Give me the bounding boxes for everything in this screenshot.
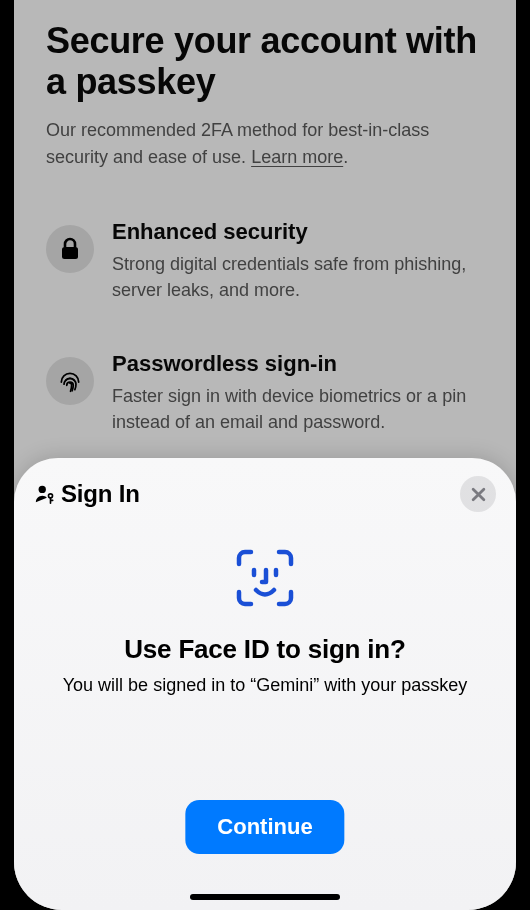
sheet-header-text: Sign In: [61, 480, 140, 508]
fingerprint-icon: [46, 357, 94, 405]
faceid-icon: [233, 546, 297, 610]
feature-content: Passwordless sign-in Faster sign in with…: [112, 351, 484, 435]
sheet-header: Sign In: [14, 458, 516, 512]
home-indicator[interactable]: [190, 894, 340, 900]
sheet-description: You will be signed in to “Gemini” with y…: [14, 675, 516, 696]
lock-icon: [46, 225, 94, 273]
sheet-title: Use Face ID to sign in?: [14, 634, 516, 665]
feature-content: Enhanced security Strong digital credent…: [112, 219, 484, 303]
feature-desc: Strong digital credentials safe from phi…: [112, 251, 484, 303]
sheet-signin-label: Sign In: [34, 480, 140, 508]
faceid-icon-wrap: [14, 546, 516, 610]
feature-desc: Faster sign in with device biometrics or…: [112, 383, 484, 435]
faceid-signin-sheet: Sign In Use Face ID to sign in? You wil: [14, 458, 516, 910]
continue-button[interactable]: Continue: [185, 800, 344, 854]
feature-enhanced-security: Enhanced security Strong digital credent…: [46, 219, 484, 303]
subtitle-text: Our recommended 2FA method for best-in-c…: [46, 120, 429, 167]
close-icon: [471, 487, 486, 502]
person-key-icon: [34, 483, 56, 505]
svg-point-1: [39, 486, 46, 493]
page-title: Secure your account with a passkey: [46, 20, 484, 103]
feature-title: Passwordless sign-in: [112, 351, 484, 377]
svg-rect-0: [62, 247, 78, 259]
learn-more-link[interactable]: Learn more: [251, 147, 343, 167]
close-button[interactable]: [460, 476, 496, 512]
phone-screen: Secure your account with a passkey Our r…: [14, 0, 516, 910]
page-subtitle: Our recommended 2FA method for best-in-c…: [46, 117, 484, 171]
feature-passwordless-signin: Passwordless sign-in Faster sign in with…: [46, 351, 484, 435]
feature-list: Enhanced security Strong digital credent…: [46, 219, 484, 435]
feature-title: Enhanced security: [112, 219, 484, 245]
